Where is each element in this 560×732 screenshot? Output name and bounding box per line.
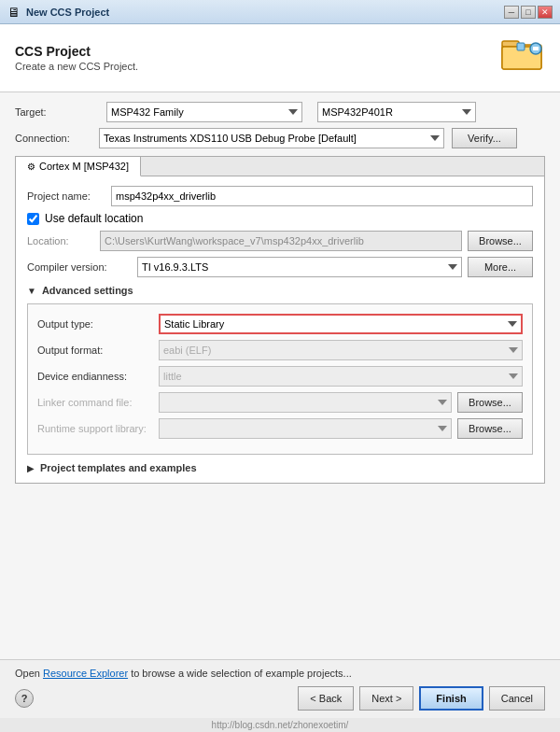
resource-explorer-link[interactable]: Resource Explorer bbox=[43, 668, 128, 679]
output-format-select[interactable]: eabi (ELF) bbox=[159, 340, 523, 360]
tab-cortex[interactable]: ⚙ Cortex M [MSP432] bbox=[16, 157, 141, 176]
output-format-row: Output format: eabi (ELF) bbox=[37, 340, 523, 360]
browse-location-button[interactable]: Browse... bbox=[468, 231, 533, 251]
advanced-settings-toggle[interactable]: ▼ Advanced settings bbox=[27, 285, 533, 296]
project-templates-label: Project templates and examples bbox=[40, 462, 197, 473]
runtime-lib-select[interactable] bbox=[159, 418, 452, 439]
back-button[interactable]: < Back bbox=[298, 686, 354, 711]
browse-runtime-button[interactable]: Browse... bbox=[457, 418, 523, 439]
footer-info-suffix: to browse a wide selection of example pr… bbox=[131, 668, 352, 679]
window-title: New CCS Project bbox=[26, 7, 109, 18]
cortex-icon: ⚙ bbox=[27, 162, 35, 172]
advanced-settings-box: Output type: Static Library Output forma… bbox=[27, 303, 533, 455]
window-controls: ─ □ ✕ bbox=[504, 6, 553, 19]
device-endian-label: Device endianness: bbox=[37, 371, 159, 382]
advanced-arrow-icon: ▼ bbox=[27, 286, 36, 296]
target-device-select[interactable]: MSP432P401R bbox=[317, 102, 476, 122]
minimize-button[interactable]: ─ bbox=[504, 6, 519, 19]
dialog-header: CCS Project Create a new CCS Project. bbox=[0, 24, 560, 92]
target-label: Target: bbox=[15, 106, 99, 118]
help-button[interactable]: ? bbox=[15, 689, 34, 708]
project-name-row: Project name: bbox=[27, 186, 533, 206]
svg-rect-3 bbox=[517, 43, 525, 50]
connection-label: Connection: bbox=[15, 133, 99, 144]
runtime-lib-row: Runtime support library: Browse... bbox=[37, 418, 523, 439]
linker-cmd-row: Linker command file: Browse... bbox=[37, 392, 523, 413]
tab-cortex-label: Cortex M [MSP432] bbox=[39, 161, 129, 172]
target-family-select[interactable]: MSP432 Family bbox=[106, 102, 302, 122]
project-name-input[interactable] bbox=[111, 186, 533, 206]
connection-row: Connection: Texas Instruments XDS110 USB… bbox=[15, 128, 545, 148]
watermark: http://blog.csdn.net/zhonexoetim/ bbox=[0, 718, 560, 732]
verify-button[interactable]: Verify... bbox=[452, 128, 517, 148]
location-input bbox=[100, 231, 462, 251]
project-name-label: Project name: bbox=[27, 190, 111, 202]
default-location-label: Use default location bbox=[45, 212, 143, 225]
output-format-label: Output format: bbox=[37, 345, 159, 356]
dialog-title: CCS Project bbox=[15, 44, 138, 59]
tab-content: Project name: Use default location Locat… bbox=[16, 176, 544, 483]
dialog-footer: Open Resource Explorer to browse a wide … bbox=[0, 659, 560, 718]
footer-buttons: ? < Back Next > Finish Cancel bbox=[15, 686, 545, 711]
dialog: CCS Project Create a new CCS Project. Ta… bbox=[0, 24, 560, 732]
output-type-row: Output type: Static Library bbox=[37, 314, 523, 334]
finish-button[interactable]: Finish bbox=[419, 686, 483, 711]
more-button[interactable]: More... bbox=[468, 257, 533, 277]
project-templates-toggle[interactable]: ▶ Project templates and examples bbox=[27, 462, 533, 473]
default-location-row: Use default location bbox=[27, 212, 533, 225]
tab-header: ⚙ Cortex M [MSP432] bbox=[16, 157, 544, 176]
compiler-version-label: Compiler version: bbox=[27, 261, 137, 273]
tab-container: ⚙ Cortex M [MSP432] Project name: Use de… bbox=[15, 156, 545, 484]
linker-cmd-select[interactable] bbox=[159, 392, 452, 413]
compiler-version-row: Compiler version: TI v16.9.3.LTS More... bbox=[27, 257, 533, 277]
device-endian-row: Device endianness: little bbox=[37, 366, 523, 387]
connection-select[interactable]: Texas Instruments XDS110 USB Debug Probe… bbox=[99, 128, 444, 148]
next-button[interactable]: Next > bbox=[359, 686, 413, 711]
compiler-version-select[interactable]: TI v16.9.3.LTS bbox=[137, 257, 462, 277]
title-bar: 🖥 New CCS Project ─ □ ✕ bbox=[0, 0, 560, 24]
target-row: Target: MSP432 Family MSP432P401R bbox=[15, 102, 545, 122]
cancel-button[interactable]: Cancel bbox=[489, 686, 545, 711]
dialog-subtitle: Create a new CCS Project. bbox=[15, 61, 138, 72]
output-type-select[interactable]: Static Library bbox=[159, 314, 523, 334]
location-label: Location: bbox=[27, 235, 100, 246]
maximize-button[interactable]: □ bbox=[521, 6, 536, 19]
svg-rect-1 bbox=[502, 41, 519, 47]
linker-cmd-label: Linker command file: bbox=[37, 397, 159, 408]
output-type-label: Output type: bbox=[37, 318, 159, 330]
footer-buttons-right: < Back Next > Finish Cancel bbox=[298, 686, 545, 711]
device-endian-select[interactable]: little bbox=[159, 366, 523, 387]
location-row: Location: Browse... bbox=[27, 231, 533, 251]
folder-icon bbox=[500, 35, 545, 80]
svg-rect-5 bbox=[533, 47, 539, 50]
close-button[interactable]: ✕ bbox=[538, 6, 553, 19]
dialog-content: Target: MSP432 Family MSP432P401R Connec… bbox=[0, 92, 560, 659]
browse-linker-button[interactable]: Browse... bbox=[457, 392, 523, 413]
advanced-settings-label: Advanced settings bbox=[42, 285, 133, 296]
footer-info-text: Open bbox=[15, 668, 40, 679]
default-location-checkbox[interactable] bbox=[27, 213, 39, 225]
footer-info: Open Resource Explorer to browse a wide … bbox=[15, 668, 545, 679]
templates-arrow-icon: ▶ bbox=[27, 463, 35, 473]
runtime-lib-label: Runtime support library: bbox=[37, 423, 159, 434]
